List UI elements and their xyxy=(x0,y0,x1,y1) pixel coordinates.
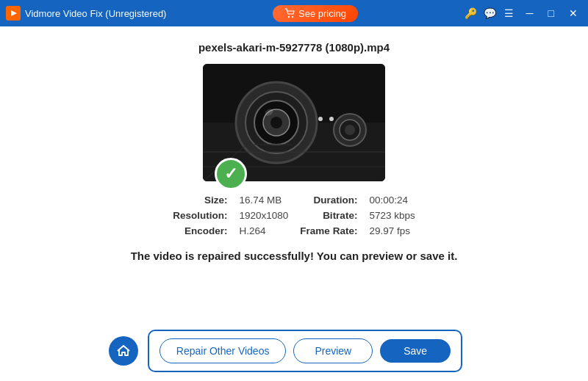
video-info: Size: 16.74 MB Duration: 00:00:24 Resolu… xyxy=(173,195,415,236)
save-button[interactable]: Save xyxy=(380,339,451,363)
success-badge: ✓ xyxy=(215,158,247,190)
main-content: pexels-akari-m-5927778 (1080p).mp4 xyxy=(0,26,588,321)
home-button[interactable] xyxy=(109,336,138,366)
svg-point-13 xyxy=(329,117,334,121)
svg-point-12 xyxy=(318,117,323,121)
framerate-label: Frame Rate: xyxy=(300,225,357,236)
titlebar-left: Vidmore Video Fix (Unregistered) xyxy=(6,6,166,21)
video-filename: pexels-akari-m-5927778 (1080p).mp4 xyxy=(198,41,390,54)
maximize-button[interactable]: □ xyxy=(544,6,559,21)
app-title: Vidmore Video Fix (Unregistered) xyxy=(25,8,166,19)
resolution-label: Resolution: xyxy=(173,210,227,221)
video-thumbnail-wrapper: ✓ xyxy=(203,64,385,181)
minimize-button[interactable]: ─ xyxy=(522,6,538,21)
size-label: Size: xyxy=(173,195,227,206)
titlebar-right: 🔑 💬 ☰ ─ □ ✕ xyxy=(465,6,582,21)
menu-icon[interactable]: ☰ xyxy=(503,7,516,19)
encoder-value: H.264 xyxy=(240,225,289,236)
titlebar-center: See pricing xyxy=(166,5,464,22)
svg-point-3 xyxy=(292,16,293,18)
size-value: 16.74 MB xyxy=(240,195,289,206)
encoder-label: Encoder: xyxy=(173,225,227,236)
bottom-bar: Repair Other Videos Preview Save xyxy=(0,321,588,381)
close-button[interactable]: ✕ xyxy=(564,6,582,21)
svg-point-17 xyxy=(345,125,355,135)
preview-button[interactable]: Preview xyxy=(293,338,373,363)
resolution-value: 1920x1080 xyxy=(240,210,289,221)
duration-label: Duration: xyxy=(300,195,357,206)
app-logo-icon xyxy=(6,6,21,21)
repair-other-videos-button[interactable]: Repair Other Videos xyxy=(159,338,287,363)
see-pricing-button[interactable]: See pricing xyxy=(273,5,358,22)
bitrate-value: 5723 kbps xyxy=(369,210,415,221)
svg-point-10 xyxy=(270,117,282,128)
titlebar: Vidmore Video Fix (Unregistered) See pri… xyxy=(0,0,588,26)
home-icon xyxy=(116,344,131,358)
action-box: Repair Other Videos Preview Save xyxy=(148,330,462,372)
svg-point-2 xyxy=(288,16,290,18)
success-message: The video is repaired successfully! You … xyxy=(131,250,458,262)
cart-icon xyxy=(284,8,295,18)
framerate-value: 29.97 fps xyxy=(369,225,415,236)
key-icon[interactable]: 🔑 xyxy=(465,7,478,19)
bitrate-label: Bitrate: xyxy=(300,210,357,221)
chat-icon[interactable]: 💬 xyxy=(484,7,497,19)
duration-value: 00:00:24 xyxy=(369,195,415,206)
